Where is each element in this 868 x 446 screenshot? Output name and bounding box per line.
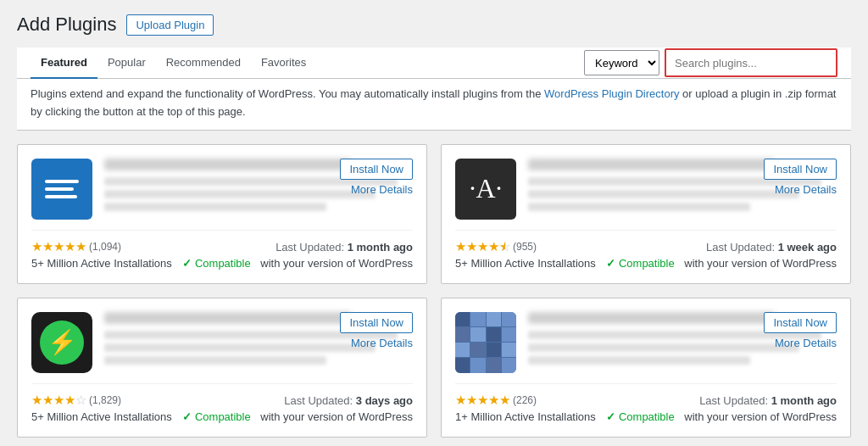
page-wrap: Add Plugins Upload Plugin Featured Popul… (0, 0, 868, 446)
keyword-select[interactable]: Keyword (584, 50, 659, 75)
plugin-2-compatible: ✓ Compatible with your version of WordPr… (606, 257, 837, 270)
plugin-4-actions: Install Now More Details (764, 312, 837, 349)
tab-favorites[interactable]: Favorites (251, 47, 316, 79)
plugin-4-last-updated: Last Updated: 1 month ago (699, 394, 837, 407)
tabs-search-bar: Featured Popular Recommended Favorites K… (17, 47, 851, 79)
plugin-card-3: ⚡ Install Now More Details (17, 298, 427, 438)
plugin-1-stars: ★ ★ ★ ★ ★ (31, 239, 86, 254)
plugin-2-info: Install Now More Details (528, 159, 837, 220)
plugin-4-title-blurred (528, 312, 775, 324)
plugin-4-more-details-link[interactable]: More Details (775, 337, 837, 349)
plugin-1-icon (31, 159, 92, 220)
plugin-1-info: Install Now More Details (104, 159, 413, 220)
plugin-card-4-top: Install Now More Details (455, 312, 837, 373)
description-text: Plugins extend and expand the functional… (31, 87, 544, 100)
plugin-1-meta: Last Updated: 1 month ago ✓ Compatible w… (182, 241, 413, 270)
plugin-4-install-button[interactable]: Install Now (764, 312, 837, 333)
page-header: Add Plugins Upload Plugin (17, 14, 851, 36)
search-input[interactable] (666, 50, 836, 75)
plugin-2-install-button[interactable]: Install Now (764, 159, 837, 180)
plugin-1-rating-count: (1,094) (89, 241, 121, 253)
plugin-3-bottom: ★ ★ ★ ★ ☆ (1,829) 5+ Million Active Inst… (31, 383, 413, 423)
plugin-2-rating-count: (955) (513, 241, 537, 253)
plugin-card-1-top: Install Now More Details (31, 159, 413, 220)
plugin-4-stars: ★ ★ ★ ★ ★ (455, 393, 510, 408)
plugin-1-last-updated: Last Updated: 1 month ago (275, 241, 413, 254)
plugin-2-icon: ·A· (455, 159, 516, 220)
plugin-1-bottom: ★ ★ ★ ★ ★ (1,094) 5+ Million Active Inst… (31, 230, 413, 270)
plugin-3-title-blurred (104, 312, 351, 324)
plugin-4-meta: Last Updated: 1 month ago ✓ Compatible w… (606, 394, 837, 423)
plugin-1-installs: 5+ Million Active Installations (31, 257, 172, 270)
search-input-wrap (665, 48, 837, 77)
plugin-4-icon (455, 312, 516, 373)
plugin-4-installs: 1+ Million Active Installations (455, 410, 596, 423)
plugin-3-info: Install Now More Details (104, 312, 413, 373)
search-area: Keyword (584, 48, 837, 77)
plugin-3-rating: ★ ★ ★ ★ ☆ (1,829) 5+ Million Active Inst… (31, 393, 172, 423)
plugin-3-install-button[interactable]: Install Now (340, 312, 413, 333)
plugin-2-stars: ★ ★ ★ ★ ☆ (455, 239, 510, 254)
plugin-1-title-blurred (104, 159, 351, 170)
plugin-4-rating-count: (226) (513, 394, 537, 406)
plugin-card-2: ·A· Install Now More Details (441, 144, 851, 284)
plugin-card-2-top: ·A· Install Now More Details (455, 159, 837, 220)
tabs-nav: Featured Popular Recommended Favorites (31, 47, 316, 78)
plugin-2-meta: Last Updated: 1 week ago ✓ Compatible wi… (606, 241, 837, 270)
plugin-2-actions: Install Now More Details (764, 159, 837, 196)
plugin-1-more-details-link[interactable]: More Details (351, 183, 413, 196)
upload-plugin-button[interactable]: Upload Plugin (126, 14, 214, 36)
plugin-2-rating: ★ ★ ★ ★ ☆ (955) 5+ Million Active Instal… (455, 239, 596, 270)
plugin-3-last-updated: Last Updated: 3 days ago (284, 394, 413, 407)
plugin-1-compatible: ✓ Compatible with your version of WordPr… (182, 257, 413, 270)
plugin-directory-link[interactable]: WordPress Plugin Directory (544, 87, 679, 100)
tab-featured[interactable]: Featured (31, 47, 97, 79)
plugins-grid: Install Now More Details ★ ★ ★ ★ ★ (17, 144, 851, 438)
tab-popular[interactable]: Popular (97, 47, 156, 79)
plugin-4-bottom: ★ ★ ★ ★ ★ (226) 1+ Million Active Instal… (455, 383, 837, 423)
plugin-4-compatible: ✓ Compatible with your version of WordPr… (606, 410, 837, 423)
plugin-card-4: Install Now More Details ★ ★ ★ ★ ★ (441, 298, 851, 438)
page-title: Add Plugins (17, 14, 116, 36)
plugin-3-meta: Last Updated: 3 days ago ✓ Compatible wi… (182, 394, 413, 423)
plugin-card-1: Install Now More Details ★ ★ ★ ★ ★ (17, 144, 427, 284)
plugin-2-title-blurred (528, 159, 775, 170)
plugin-1-actions: Install Now More Details (340, 159, 413, 196)
plugin-2-bottom: ★ ★ ★ ★ ☆ (955) 5+ Million Active Instal… (455, 230, 837, 270)
plugin-1-rating: ★ ★ ★ ★ ★ (1,094) 5+ Million Active Inst… (31, 239, 172, 270)
description-bar: Plugins extend and expand the functional… (17, 79, 851, 131)
plugin-3-icon: ⚡ (31, 312, 92, 373)
plugin-2-installs: 5+ Million Active Installations (455, 257, 596, 270)
plugin-1-install-button[interactable]: Install Now (340, 159, 413, 180)
plugin-2-last-updated: Last Updated: 1 week ago (706, 241, 837, 254)
tab-recommended[interactable]: Recommended (156, 47, 251, 79)
plugin-3-compatible: ✓ Compatible with your version of WordPr… (182, 410, 413, 423)
plugin-card-3-top: ⚡ Install Now More Details (31, 312, 413, 373)
plugin-3-rating-count: (1,829) (89, 394, 121, 406)
plugin-3-stars: ★ ★ ★ ★ ☆ (31, 393, 86, 408)
plugin-2-more-details-link[interactable]: More Details (775, 183, 837, 196)
plugin-3-actions: Install Now More Details (340, 312, 413, 349)
plugin-4-info: Install Now More Details (528, 312, 837, 373)
plugin-4-rating: ★ ★ ★ ★ ★ (226) 1+ Million Active Instal… (455, 393, 596, 423)
plugin-3-more-details-link[interactable]: More Details (351, 337, 413, 349)
plugin-3-installs: 5+ Million Active Installations (31, 410, 172, 423)
